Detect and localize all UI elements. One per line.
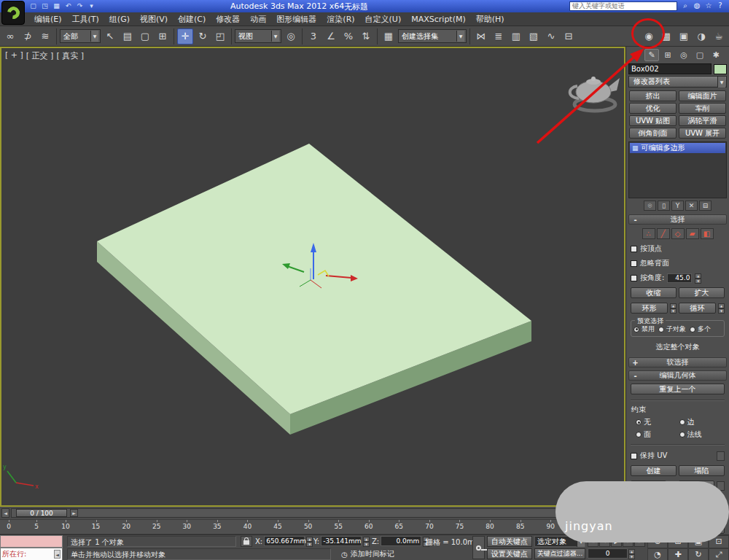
render-iterative-icon[interactable]: ◑	[693, 28, 709, 44]
previous-frame-arrow-icon[interactable]	[1, 508, 9, 518]
pan-icon[interactable]: ✚	[668, 548, 688, 560]
save-file-icon[interactable]: ▦	[51, 1, 62, 11]
modifier-preset-button[interactable]: 优化	[629, 103, 677, 114]
menu-item[interactable]: 创建(C)	[173, 12, 211, 26]
tab-create[interactable]: ✶	[628, 49, 643, 61]
object-name-field[interactable]: Box002	[628, 63, 712, 74]
qat-menu-icon[interactable]: ▾	[86, 1, 97, 11]
coordinate-x-spinner[interactable]	[306, 537, 313, 546]
coordinate-y-spinner[interactable]	[363, 537, 370, 546]
transform-typein-lock-button[interactable]	[241, 536, 252, 547]
preview-subobject-radio[interactable]	[658, 327, 664, 332]
select-and-link-icon[interactable]: ∞	[2, 28, 18, 44]
time-slider-track[interactable]: 0 / 100	[11, 508, 624, 518]
constraint-edge-radio[interactable]	[679, 419, 685, 425]
angle-spinner[interactable]	[695, 273, 701, 283]
render-production-icon[interactable]: ☕	[711, 28, 727, 44]
3ds-max-logo[interactable]	[1, 1, 25, 25]
ring-button[interactable]: 环形	[631, 303, 668, 314]
tab-hierarchy[interactable]: ⊞	[660, 49, 675, 61]
infocenter-search-input[interactable]	[569, 1, 677, 11]
coordinate-x-field[interactable]: 650.667mm	[264, 536, 305, 546]
menu-item[interactable]: 帮助(H)	[471, 12, 510, 26]
tab-motion[interactable]: ◎	[677, 49, 691, 61]
make-unique-icon[interactable]: Y	[671, 201, 684, 211]
by-angle-checkbox[interactable]	[631, 275, 637, 281]
box-object[interactable]	[97, 144, 531, 435]
key-filters-button[interactable]: 关键点过滤器...	[534, 548, 585, 559]
macro-recorder-line[interactable]	[0, 535, 63, 548]
favorites-star-icon[interactable]: ☆	[703, 1, 714, 11]
grow-button[interactable]: 扩大	[679, 287, 725, 298]
undo-icon[interactable]: ↶	[63, 1, 74, 11]
tab-display[interactable]: ▢	[693, 49, 707, 61]
bind-to-spacewarp-icon[interactable]: ≋	[37, 28, 53, 44]
time-slider-handle[interactable]: 0 / 100	[16, 509, 67, 517]
by-vertex-checkbox[interactable]	[631, 246, 637, 252]
select-by-name-icon[interactable]: ▤	[120, 28, 136, 44]
select-and-rotate-icon[interactable]: ↻	[195, 28, 211, 44]
object-color-swatch[interactable]	[714, 64, 727, 74]
loop-button[interactable]: 循环	[679, 303, 716, 314]
loop-spinner[interactable]	[718, 303, 725, 313]
listener-scroll-icon[interactable]: ◄	[54, 550, 61, 559]
menu-item[interactable]: 组(G)	[104, 12, 135, 26]
open-file-icon[interactable]: ◳	[39, 1, 50, 11]
current-frame-field[interactable]: 0	[588, 548, 628, 559]
schematic-view-icon[interactable]: ⊟	[561, 28, 577, 44]
frame-spinner[interactable]	[628, 549, 635, 559]
set-keys-button[interactable]	[472, 536, 485, 559]
curve-editor-icon[interactable]: ∿	[543, 28, 559, 44]
add-time-tag[interactable]: ◷ 添加时间标记	[341, 549, 394, 559]
menu-item[interactable]: 图形编辑器	[271, 12, 321, 26]
shrink-button[interactable]: 收缩	[631, 287, 677, 298]
scene-canvas[interactable]: x y	[1, 48, 624, 505]
collapse-button[interactable]: 塌陷	[679, 465, 725, 476]
menu-item[interactable]: 修改器	[211, 12, 245, 26]
vertex-icon[interactable]: ∴	[642, 228, 655, 239]
remove-modifier-icon[interactable]: ✕	[685, 201, 698, 211]
menu-item[interactable]: 自定义(U)	[360, 12, 407, 26]
rectangular-selection-region-icon[interactable]: ▢	[137, 28, 153, 44]
configure-modifier-sets-icon[interactable]: ⊟	[699, 201, 712, 211]
preview-disable-radio[interactable]	[634, 327, 639, 332]
viewport-view-menu[interactable]: [ 正交 ]	[26, 50, 54, 61]
orbit-icon[interactable]: ↻	[688, 548, 709, 560]
angle-snap-icon[interactable]: ∠	[323, 28, 339, 44]
use-pivot-point-icon[interactable]: ◎	[283, 28, 299, 44]
preview-multiple-radio[interactable]	[690, 327, 695, 332]
tab-utilities[interactable]: ✱	[709, 49, 723, 61]
stack-item-editable-poly[interactable]: ▦ 可编辑多边形	[630, 143, 725, 153]
reference-coordinate-system-dropdown[interactable]: 视图	[235, 29, 281, 43]
modifier-preset-button[interactable]: 涡轮平滑	[679, 115, 726, 126]
new-scene-icon[interactable]: ▢	[28, 1, 39, 11]
border-icon[interactable]: ◇	[671, 228, 685, 239]
modifier-list-dropdown[interactable]: 修改器列表	[628, 76, 727, 88]
redo-icon[interactable]: ↷	[74, 1, 85, 11]
menu-item[interactable]: 编辑(E)	[29, 12, 67, 26]
viewport-plus-menu[interactable]: [ + ]	[5, 50, 23, 61]
mirror-icon[interactable]: ⋈	[473, 28, 489, 44]
rollout-selection[interactable]: - 选择	[628, 214, 727, 225]
modifier-preset-button[interactable]: 倒角剖面	[629, 128, 677, 139]
rollout-edit-geometry[interactable]: - 编辑几何体	[628, 370, 727, 381]
menu-item[interactable]: 视图(V)	[135, 12, 173, 26]
field-of-view-icon[interactable]: ◔	[647, 548, 668, 560]
ring-spinner[interactable]	[670, 303, 677, 313]
modifier-preset-button[interactable]: 车削	[679, 103, 726, 114]
time-slider[interactable]: 0 / 100	[0, 507, 625, 519]
unlink-selection-icon[interactable]: ⊅	[20, 28, 36, 44]
graphite-ribbon-icon[interactable]: ▧	[526, 28, 542, 44]
select-and-scale-icon[interactable]: ◰	[212, 28, 228, 44]
select-object-icon[interactable]: ↖	[102, 28, 118, 44]
edge-icon[interactable]: ╱	[657, 228, 670, 239]
search-icon[interactable]: ⌕	[679, 1, 691, 11]
ignore-backfacing-checkbox[interactable]	[631, 260, 637, 267]
angle-field[interactable]: 45.0	[667, 273, 692, 283]
preserve-uv-checkbox[interactable]	[631, 453, 637, 459]
maxscript-mini-listener[interactable]: 所在行: ◄	[0, 548, 63, 560]
set-key-button[interactable]: 设置关键点	[487, 548, 532, 559]
menu-item[interactable]: 动画	[245, 12, 271, 26]
pin-stack-icon[interactable]: ⌾	[644, 201, 656, 211]
spinner-snap-icon[interactable]: ⇅	[358, 28, 374, 44]
